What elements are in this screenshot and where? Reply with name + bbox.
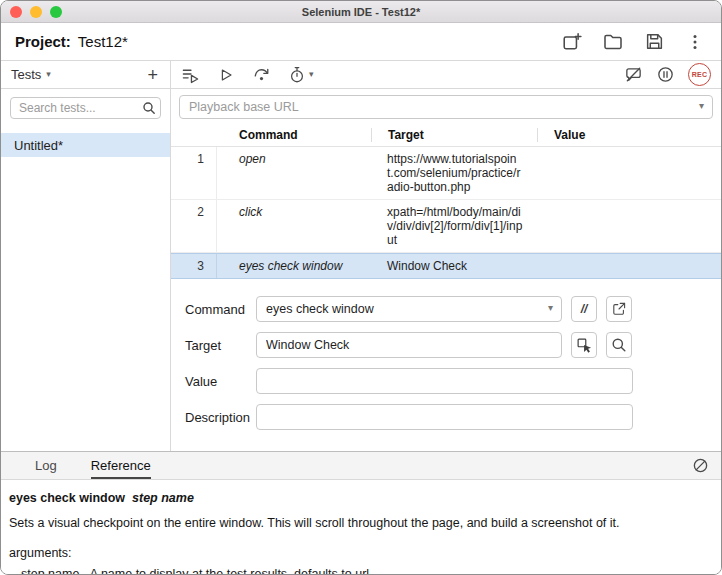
table-row[interactable]: 1 open https://www.tutorialspoint.com/se… [171, 147, 721, 200]
table-row[interactable]: 2 click xpath=/html/body/main/div/div/di… [171, 200, 721, 253]
row-value [537, 147, 721, 199]
new-project-button[interactable] [560, 30, 584, 54]
row-number: 3 [171, 254, 217, 278]
search-row [1, 89, 170, 125]
test-list: Untitled* [1, 125, 170, 451]
base-url-row: ▾ [171, 89, 721, 123]
row-target: xpath=/html/body/main/div/div/div[2]/for… [371, 200, 537, 252]
selenium-ide-window: Selenium IDE - Test12* Project:Test12* [0, 0, 722, 575]
step-over-button[interactable] [252, 65, 271, 84]
search-icon [611, 337, 627, 353]
target-form-row: Target [185, 332, 721, 358]
step-over-icon [252, 65, 271, 84]
command-select[interactable] [256, 296, 562, 322]
disable-breakpoints-button[interactable] [624, 65, 643, 84]
run-current-test-button[interactable] [217, 66, 235, 84]
project-name: Test12* [78, 33, 128, 50]
tests-label: Tests [11, 67, 41, 82]
add-test-button[interactable]: + [145, 66, 160, 84]
open-external-icon [611, 301, 627, 317]
target-input[interactable] [256, 332, 562, 358]
run-all-tests-button[interactable] [181, 65, 200, 84]
kebab-menu-icon [686, 33, 704, 51]
open-reference-button[interactable] [606, 296, 632, 322]
value-input[interactable] [256, 368, 633, 394]
folder-icon [603, 32, 623, 52]
row-command: open [217, 147, 371, 199]
prohibition-icon [692, 457, 709, 474]
reference-title: eyes check windowstep name [9, 490, 711, 506]
window-controls [10, 6, 62, 18]
bottom-tab-bar: Log Reference [1, 452, 721, 480]
description-input[interactable] [256, 404, 633, 430]
playback-base-url-input[interactable] [179, 95, 713, 119]
command-field-label: Command [185, 302, 256, 317]
column-value: Value [537, 128, 721, 142]
window-title: Selenium IDE - Test12* [1, 6, 721, 18]
save-icon [645, 32, 664, 51]
bottom-panel: Log Reference eyes check windowstep name… [1, 451, 721, 575]
open-project-button[interactable] [601, 30, 625, 54]
row-command: eyes check window [217, 254, 371, 278]
description-field-label: Description [185, 410, 256, 425]
value-form-row: Value [185, 368, 721, 394]
main-area: Tests ▾ + Untitled* [1, 61, 721, 451]
toggle-comment-button[interactable]: // [571, 296, 597, 322]
chevron-down-icon[interactable]: ▾ [548, 302, 553, 313]
commands-table: Command Target Value 1 open https://www.… [171, 123, 721, 279]
search-icon [142, 101, 156, 115]
record-button[interactable]: REC [688, 63, 711, 86]
chevron-down-icon[interactable]: ▾ [699, 100, 704, 111]
disable-breakpoints-icon [624, 65, 643, 84]
row-number: 1 [171, 147, 217, 199]
clear-log-button[interactable] [692, 457, 709, 474]
command-form-row: Command ▾ // [185, 296, 721, 322]
target-picker-icon [576, 337, 593, 354]
save-project-button[interactable] [642, 30, 666, 54]
close-button[interactable] [10, 6, 22, 18]
new-project-icon [562, 32, 582, 52]
tab-reference[interactable]: Reference [91, 452, 151, 479]
row-target: Window Check [371, 254, 537, 278]
column-command: Command [217, 128, 371, 142]
minimize-button[interactable] [30, 6, 42, 18]
project-title: Project:Test12* [15, 33, 128, 50]
reference-arguments-label: arguments: [9, 545, 711, 561]
sidebar-toolbar: Tests ▾ + [1, 61, 170, 89]
row-command: click [217, 200, 371, 252]
reference-description: Sets a visual checkpoint on the entire w… [9, 515, 711, 531]
table-row-selected[interactable]: 3 eyes check window Window Check [171, 253, 721, 279]
zoom-button[interactable] [50, 6, 62, 18]
project-label: Project: [15, 33, 71, 50]
toolbar-right: REC [624, 63, 711, 86]
reference-arg-name: step name [132, 491, 194, 505]
description-form-row: Description [185, 404, 721, 430]
more-menu-button[interactable] [683, 30, 707, 54]
command-edit-form: Command ▾ // Target [171, 279, 721, 440]
playback-toolbar: ▾ REC [171, 61, 721, 89]
search-tests-input[interactable] [10, 97, 161, 119]
tab-log[interactable]: Log [35, 452, 57, 479]
chevron-down-icon: ▾ [46, 70, 51, 79]
row-value [537, 200, 721, 252]
tests-sidebar: Tests ▾ + Untitled* [1, 61, 171, 451]
test-editor: ▾ REC ▾ [171, 61, 721, 451]
reference-argument-detail: step name - A name to display at the tes… [9, 566, 711, 575]
select-target-button[interactable] [571, 332, 597, 358]
test-item-untitled[interactable]: Untitled* [1, 133, 170, 157]
pause-on-exceptions-button[interactable] [656, 65, 675, 84]
reference-content: eyes check windowstep name Sets a visual… [1, 480, 721, 575]
value-field-label: Value [185, 374, 256, 389]
column-target: Target [371, 128, 537, 142]
tests-dropdown[interactable]: Tests ▾ [11, 67, 51, 82]
find-target-button[interactable] [606, 332, 632, 358]
header-actions [560, 30, 707, 54]
row-value [537, 254, 721, 278]
play-icon [217, 66, 235, 84]
test-speed-control[interactable]: ▾ [288, 66, 314, 84]
pause-on-exceptions-icon [656, 65, 675, 84]
reference-command-name: eyes check window [9, 491, 125, 505]
chevron-down-icon: ▾ [309, 70, 314, 79]
table-header: Command Target Value [171, 123, 721, 147]
titlebar: Selenium IDE - Test12* [1, 1, 721, 23]
